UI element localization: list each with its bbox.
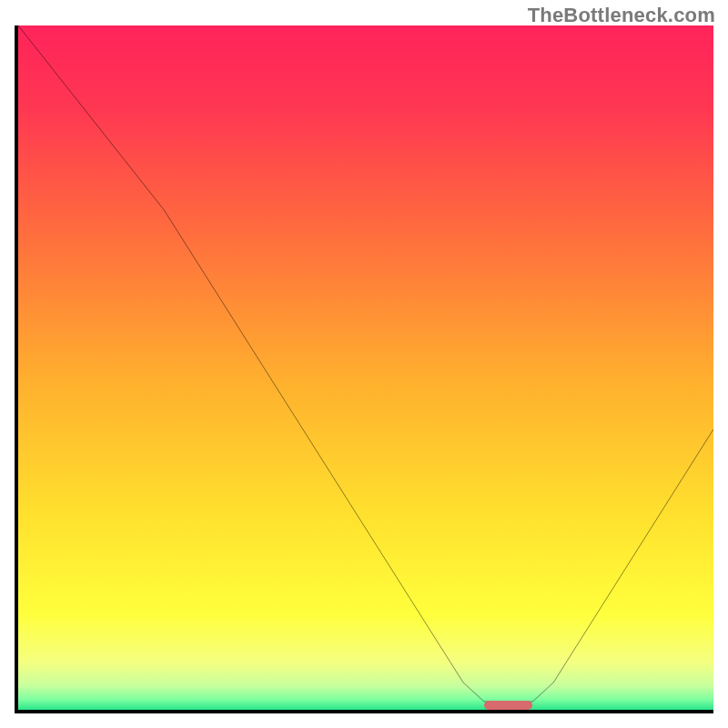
chart-container: TheBottleneck.com [0,0,728,728]
sweet-spot-marker [484,701,532,710]
curve-path [18,25,713,702]
plot-area [15,25,713,713]
bottleneck-curve [18,25,713,710]
watermark-text: TheBottleneck.com [528,4,715,27]
